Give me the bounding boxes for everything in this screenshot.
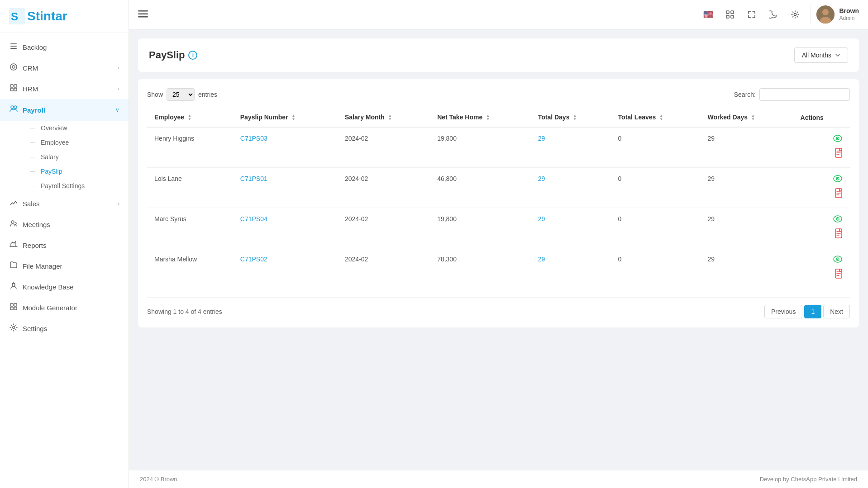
sales-arrow: ›: [118, 200, 119, 207]
svg-rect-10: [14, 88, 17, 91]
sidebar-item-sales[interactable]: Sales ›: [0, 193, 129, 214]
svg-point-29: [822, 9, 829, 15]
entries-select[interactable]: 25 50 100: [167, 88, 195, 101]
payroll-settings-label: Payroll Settings: [41, 182, 85, 190]
fullscreen-icon[interactable]: [744, 6, 760, 23]
reports-icon: [9, 240, 18, 250]
col-total-leaves[interactable]: Total Leaves ▲▼: [611, 108, 701, 127]
col-payslip-number[interactable]: Payslip Number ▲▼: [233, 108, 338, 127]
sidebar-item-module-generator[interactable]: Module Generator: [0, 297, 129, 318]
sidebar-nav: Backlog CRM › HRM › Payroll ∨ Overview: [0, 33, 129, 488]
info-icon[interactable]: i: [188, 51, 197, 60]
hrm-arrow: ›: [118, 85, 119, 92]
gear-icon[interactable]: [787, 6, 803, 23]
view-button[interactable]: [833, 215, 843, 225]
payroll-icon: [9, 104, 18, 115]
sidebar-item-salary[interactable]: Salary: [23, 150, 129, 164]
svg-point-37: [837, 178, 838, 179]
user-section[interactable]: Brown Admin: [811, 5, 859, 24]
pdf-button[interactable]: [835, 148, 843, 160]
col-salary-month[interactable]: Salary Month ▲▼: [338, 108, 430, 127]
cell-payslip-number: C71PS01: [233, 168, 338, 208]
cell-worked-days: 29: [701, 127, 793, 168]
cell-employee: Lois Lane: [147, 168, 233, 208]
svg-rect-26: [731, 15, 734, 18]
grid-icon[interactable]: [722, 6, 738, 23]
payslip-sort-icon: ▲▼: [292, 114, 296, 121]
view-button[interactable]: [833, 135, 843, 144]
sidebar-item-backlog[interactable]: Backlog: [0, 37, 129, 57]
avatar-image: [816, 5, 835, 24]
sidebar-item-payslip[interactable]: PaySlip: [23, 164, 129, 179]
svg-point-45: [837, 259, 838, 260]
dropdown-arrow-icon: [835, 52, 840, 58]
table-card: Show 25 50 100 entries Search:: [138, 79, 859, 327]
pdf-button[interactable]: [835, 188, 843, 200]
col-total-days[interactable]: Total Days ▲▼: [531, 108, 611, 127]
file-manager-icon: [9, 261, 18, 271]
cell-salary-month: 2024-02: [338, 208, 430, 248]
pagination: Showing 1 to 4 of 4 entries Previous 1 N…: [147, 297, 850, 318]
table-header: Employee ▲▼ Payslip Number ▲▼ Salary Mon…: [147, 108, 850, 127]
months-dropdown[interactable]: All Months: [794, 47, 848, 63]
sales-icon: [9, 199, 18, 208]
avatar: [816, 5, 835, 24]
sidebar-item-reports[interactable]: Reports: [0, 235, 129, 256]
sidebar-item-payroll[interactable]: Payroll ∨: [0, 99, 129, 121]
cell-total-days: 29: [531, 208, 611, 248]
pdf-button[interactable]: [835, 269, 843, 281]
sidebar: S Stintar Backlog CRM › HRM ›: [0, 0, 129, 488]
worked-sort-icon: ▲▼: [751, 114, 755, 121]
col-actions: Actions: [793, 108, 850, 127]
cell-total-days: 29: [531, 248, 611, 289]
leaves-sort-icon: ▲▼: [659, 114, 663, 121]
page-1-button[interactable]: 1: [804, 305, 821, 318]
salary-label: Salary: [41, 153, 59, 161]
view-button[interactable]: [833, 175, 843, 185]
employee-sort-icon: ▲▼: [188, 114, 191, 121]
sidebar-item-overview[interactable]: Overview: [23, 121, 129, 135]
svg-point-13: [11, 221, 14, 223]
sidebar-item-label: Reports: [23, 242, 47, 249]
cell-net-take-home: 78,300: [430, 248, 531, 289]
sidebar-item-payroll-settings[interactable]: Payroll Settings: [23, 179, 129, 193]
col-actions-label: Actions: [801, 114, 824, 121]
page-title: PaySlip i: [149, 49, 197, 61]
col-employee[interactable]: Employee ▲▼: [147, 108, 233, 127]
copyright: 2024 © Brown.: [140, 476, 179, 483]
svg-rect-23: [726, 11, 729, 14]
col-employee-label: Employee: [154, 114, 184, 121]
col-worked-label: Worked Days: [708, 114, 748, 121]
search-input[interactable]: [759, 88, 850, 101]
col-worked-days[interactable]: Worked Days ▲▼: [701, 108, 793, 127]
svg-point-12: [14, 106, 17, 109]
svg-rect-24: [731, 11, 734, 14]
dark-mode-icon[interactable]: [765, 6, 782, 23]
sidebar-item-meetings[interactable]: Meetings: [0, 214, 129, 235]
overview-label: Overview: [41, 124, 67, 132]
flag-icon[interactable]: 🇺🇸: [700, 6, 716, 23]
sidebar-item-settings[interactable]: Settings: [0, 318, 129, 339]
svg-rect-21: [138, 13, 148, 14]
net-sort-icon: ▲▼: [486, 114, 490, 121]
svg-rect-15: [10, 303, 13, 306]
sidebar-item-file-manager[interactable]: File Manager: [0, 256, 129, 276]
sidebar-item-knowledge-base[interactable]: Knowledge Base: [0, 276, 129, 297]
hamburger-button[interactable]: [138, 9, 148, 20]
svg-rect-8: [14, 85, 17, 87]
svg-point-27: [794, 14, 796, 16]
crm-icon: [9, 63, 18, 73]
next-button[interactable]: Next: [823, 305, 850, 318]
user-role: Admin: [839, 15, 859, 22]
svg-rect-7: [10, 85, 13, 87]
cell-payslip-number: C71PS03: [233, 127, 338, 168]
pagination-info: Showing 1 to 4 of 4 entries: [147, 308, 222, 315]
sidebar-item-hrm[interactable]: HRM ›: [0, 78, 129, 99]
col-net-take-home[interactable]: Net Take Home ▲▼: [430, 108, 531, 127]
view-button[interactable]: [833, 256, 843, 265]
pdf-button[interactable]: [835, 228, 843, 241]
sidebar-item-employee[interactable]: Employee: [23, 135, 129, 150]
svg-rect-20: [138, 10, 148, 12]
sidebar-item-crm[interactable]: CRM ›: [0, 57, 129, 78]
previous-button[interactable]: Previous: [764, 305, 802, 318]
